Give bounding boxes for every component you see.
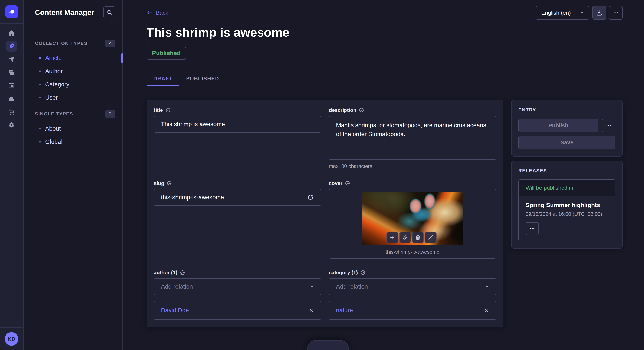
nav-media-library[interactable] — [0, 66, 23, 79]
releases-panel: RELEASES Will be published in Spring Sum… — [511, 161, 623, 249]
rail-bottom: KD — [0, 328, 23, 350]
back-link[interactable]: Back — [146, 9, 168, 16]
cart-icon — [8, 109, 15, 116]
bottom-peek-button[interactable] — [307, 340, 349, 350]
save-button[interactable]: Save — [518, 136, 616, 149]
ellipsis-icon — [529, 226, 535, 232]
sidebar-item-category[interactable]: Category — [35, 78, 116, 91]
nav-home[interactable] — [0, 26, 23, 39]
title-input[interactable]: This shrimp is awesome — [154, 116, 321, 133]
strapi-logo — [5, 5, 18, 18]
tab-draft[interactable]: DRAFT — [146, 71, 179, 86]
bullet-icon — [39, 57, 41, 59]
plus-icon — [389, 234, 395, 240]
nav-releases[interactable] — [0, 53, 23, 66]
sidebar-item-label: About — [45, 125, 61, 132]
sidebar-item-article[interactable]: Article — [35, 51, 116, 65]
search-icon — [106, 9, 112, 15]
globe-icon — [359, 108, 364, 113]
field-title-label: title — [154, 107, 163, 113]
bullet-icon — [39, 97, 41, 98]
refresh-icon[interactable] — [307, 194, 314, 201]
bullet-icon — [39, 84, 41, 85]
category-relation-select[interactable]: Add relation — [329, 278, 496, 295]
entry-panel: ENTRY Publish Save — [511, 100, 623, 157]
entry-more-button[interactable] — [602, 119, 616, 132]
media-icon — [8, 69, 15, 76]
cover-add-button[interactable] — [386, 232, 398, 243]
page-title: This shrimp is awesome — [146, 24, 623, 41]
field-category: category (1) Add relation nature — [329, 270, 496, 320]
sidebar-item-label: Author — [45, 68, 63, 75]
cover-image[interactable] — [362, 192, 464, 245]
description-hint: max. 80 characters — [329, 163, 496, 169]
nav-deploy[interactable] — [0, 92, 23, 105]
cover-edit-button[interactable] — [425, 232, 436, 243]
version-tabs: DRAFT PUBLISHED — [146, 71, 623, 86]
sidebar-item-about[interactable]: About — [35, 122, 116, 135]
close-icon[interactable] — [484, 308, 489, 313]
nav-content-manager[interactable] — [0, 39, 23, 53]
publish-button[interactable]: Publish — [518, 119, 598, 132]
cover-filename: this-shrimp-is-awesome — [386, 249, 439, 255]
header-more-button[interactable] — [609, 6, 623, 19]
globe-icon — [360, 270, 366, 275]
release-date: 09/18/2024 at 16:00 (UTC+02:00) — [526, 211, 608, 217]
caret-down-icon — [580, 11, 584, 15]
sidebar-item-global[interactable]: Global — [35, 135, 116, 149]
description-textarea[interactable]: Mantis shrimps, or stomatopods, are mari… — [329, 116, 496, 160]
back-arrow-icon — [146, 10, 152, 16]
author-relation-select[interactable]: Add relation — [154, 278, 321, 295]
globe-icon — [180, 270, 185, 275]
search-button[interactable] — [104, 6, 116, 18]
tab-published[interactable]: PUBLISHED — [179, 71, 226, 86]
field-cover: cover — [329, 180, 496, 259]
cloud-icon — [8, 95, 15, 102]
field-slug: slug this-shrimp-is-awesome — [154, 180, 321, 259]
single-types-list: About Global — [35, 122, 116, 149]
releases-panel-title: RELEASES — [518, 168, 616, 174]
close-icon[interactable] — [309, 308, 314, 313]
subnav-title: Content Manager — [35, 8, 94, 16]
side-panels: ENTRY Publish Save RELEASES Will be publ… — [511, 100, 623, 249]
user-avatar[interactable]: KD — [5, 332, 18, 346]
release-name: Spring Summer highlights — [526, 202, 608, 209]
nav-rail: KD — [0, 0, 24, 350]
active-highlight — [6, 41, 17, 52]
cover-copy-link-button[interactable] — [399, 232, 411, 243]
trash-icon — [415, 234, 421, 240]
sidebar-item-label: Category — [45, 81, 70, 88]
ellipsis-icon — [613, 10, 619, 16]
release-more-button[interactable] — [526, 222, 539, 235]
collection-types-count: 4 — [105, 39, 116, 47]
sidebar-item-label: Article — [45, 55, 62, 61]
sidebar-item-author[interactable]: Author — [35, 65, 116, 78]
cover-toolbar — [386, 232, 436, 243]
category-relation-link[interactable]: nature — [336, 307, 353, 314]
entry-panel-title: ENTRY — [518, 107, 616, 113]
bullet-icon — [39, 141, 41, 143]
strapi-logo-container[interactable] — [0, 0, 24, 24]
download-button[interactable] — [592, 6, 606, 19]
field-author: author (1) Add relation David Doe — [154, 270, 321, 320]
collection-types-header: COLLECTION TYPES — [35, 41, 88, 46]
download-icon — [596, 9, 602, 16]
subnav: Content Manager COLLECTION TYPES 4 Artic… — [24, 0, 123, 350]
cover-delete-button[interactable] — [412, 232, 424, 243]
nav-settings[interactable] — [0, 119, 23, 132]
ellipsis-icon — [606, 123, 612, 128]
nav-marketplace[interactable] — [0, 105, 23, 119]
author-relation-link[interactable]: David Doe — [161, 307, 189, 314]
release-card: Will be published in Spring Summer highl… — [518, 179, 616, 241]
field-cover-label: cover — [329, 180, 342, 186]
home-icon — [8, 29, 15, 36]
bullet-icon — [39, 128, 41, 130]
locale-selector[interactable]: English (en) — [536, 6, 590, 19]
slug-input[interactable]: this-shrimp-is-awesome — [154, 189, 321, 206]
bullet-icon — [39, 70, 41, 72]
author-relation-item: David Doe — [154, 301, 321, 320]
sidebar-item-user[interactable]: User — [35, 91, 116, 104]
main-content: Back English (en) This shrimp is aw — [123, 0, 644, 350]
globe-icon — [166, 108, 170, 113]
nav-content-type-builder[interactable] — [0, 79, 23, 92]
